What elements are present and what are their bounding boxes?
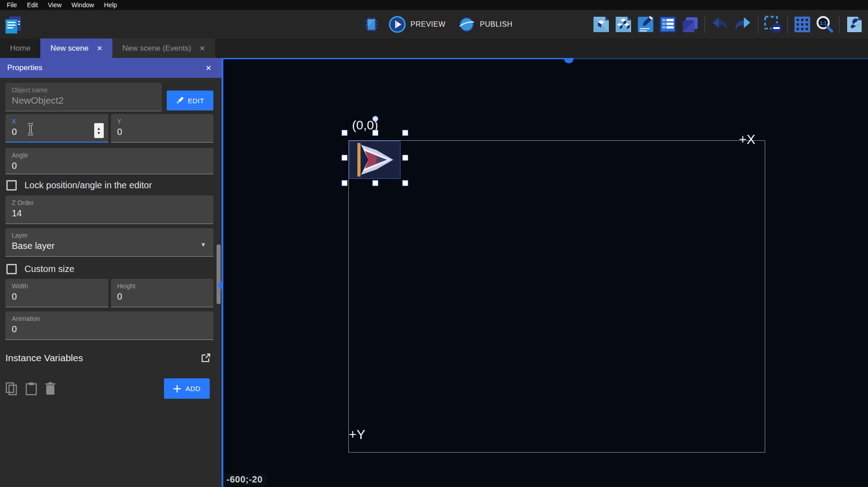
height-field[interactable]: Height 0 xyxy=(111,279,214,307)
object-name-value: NewObject2 xyxy=(12,94,155,107)
trash-icon[interactable] xyxy=(45,382,56,396)
lock-position-label: Lock position/angle in the editor xyxy=(24,180,152,191)
resize-handle-bottom-left[interactable] xyxy=(342,180,347,186)
animation-field[interactable]: Animation 0 xyxy=(5,311,213,340)
y-position-field[interactable]: Y 0 xyxy=(111,114,214,143)
x-spinner[interactable]: ▲ ▼ xyxy=(94,123,104,138)
text-cursor-icon xyxy=(27,123,34,137)
edit-objects-icon[interactable] xyxy=(614,15,633,34)
svg-text:1:1: 1:1 xyxy=(820,20,827,25)
editor-tab-bar: Home New scene ✕ New scene (Events) ✕ xyxy=(0,38,868,58)
properties-title: Properties xyxy=(7,63,42,72)
layer-select[interactable]: Layer Base layer ▼ xyxy=(5,228,213,257)
tab-new-scene[interactable]: New scene ✕ xyxy=(40,38,112,58)
tab-home[interactable]: Home xyxy=(0,38,40,58)
edit-button-label: EDIT xyxy=(188,97,204,105)
instances-list-icon[interactable] xyxy=(658,15,677,34)
toolbar-separator xyxy=(839,16,839,33)
z-order-label: Z Order xyxy=(12,199,207,207)
resize-handle-top-center[interactable] xyxy=(372,130,378,136)
layer-label: Layer xyxy=(12,232,207,239)
menu-view[interactable]: View xyxy=(43,0,67,10)
edit-scene-icon[interactable] xyxy=(592,15,611,34)
resize-handle-middle-right[interactable] xyxy=(402,155,408,161)
tab-new-scene-events[interactable]: New scene (Events) ✕ xyxy=(112,38,215,58)
properties-panel-header: Properties ✕ xyxy=(0,58,222,78)
toolbar-separator xyxy=(787,16,788,33)
open-in-new-icon[interactable] xyxy=(200,352,212,363)
scene-canvas[interactable]: (0,0) +X +Y -600;-20 xyxy=(223,58,868,487)
main-toolbar: PREVIEW PUBLISH xyxy=(0,10,868,38)
resize-handle-bottom-center[interactable] xyxy=(372,180,378,186)
tab-home-label: Home xyxy=(10,44,30,53)
add-button-label: ADD xyxy=(185,385,200,392)
undo-icon[interactable] xyxy=(710,15,730,33)
copy-icon[interactable] xyxy=(5,382,18,396)
object-name-field: Object name NewObject2 xyxy=(5,83,162,111)
panel-close-icon[interactable]: ✕ xyxy=(203,63,214,73)
game-window-bounds xyxy=(348,140,765,453)
resize-handle-bottom-right[interactable] xyxy=(402,180,408,186)
zoom-1-1-icon[interactable]: 1:1 xyxy=(815,15,834,34)
preview-play-icon[interactable] xyxy=(389,16,406,33)
top-divider-drag-handle[interactable] xyxy=(564,58,574,63)
angle-value: 0 xyxy=(12,159,207,172)
custom-size-checkbox[interactable] xyxy=(6,264,17,274)
menu-window[interactable]: Window xyxy=(67,0,99,10)
tools-icon[interactable] xyxy=(844,15,863,34)
resize-handle-top-right[interactable] xyxy=(402,130,408,136)
width-label: Width xyxy=(12,282,102,290)
canvas-top-divider-dark xyxy=(569,58,868,59)
redo-icon[interactable] xyxy=(733,15,753,33)
edit-object-button[interactable]: EDIT xyxy=(167,91,213,110)
resize-handle-top-left[interactable] xyxy=(342,130,347,136)
custom-size-label: Custom size xyxy=(24,264,74,274)
width-field[interactable]: Width 0 xyxy=(5,279,108,307)
lock-position-checkbox[interactable] xyxy=(6,180,17,191)
tab-new-scene-label: New scene xyxy=(50,44,88,53)
y-value: 0 xyxy=(117,125,207,138)
spinner-up-icon[interactable]: ▲ xyxy=(97,126,101,131)
spinner-down-icon[interactable]: ▼ xyxy=(97,131,101,135)
x-label: X xyxy=(12,118,102,125)
tab-close-icon[interactable]: ✕ xyxy=(96,44,102,53)
edit-events-icon[interactable] xyxy=(636,15,655,34)
paste-icon[interactable] xyxy=(25,382,37,396)
tab-close-icon[interactable]: ✕ xyxy=(199,44,205,53)
layers-icon[interactable] xyxy=(680,15,699,34)
resize-handle-middle-left[interactable] xyxy=(342,155,347,161)
panel-scrollbar[interactable] xyxy=(217,244,221,304)
grid-icon[interactable] xyxy=(793,15,812,34)
y-axis-label: +Y xyxy=(349,427,365,442)
animation-label: Animation xyxy=(12,315,207,323)
preview-button[interactable]: PREVIEW xyxy=(410,20,445,29)
publish-button[interactable]: PUBLISH xyxy=(480,20,512,29)
x-position-field[interactable]: X 0 ▲ ▼ xyxy=(5,114,108,143)
menu-help[interactable]: Help xyxy=(99,0,122,10)
properties-panel: Properties ✕ Object name NewObject2 xyxy=(0,58,222,487)
rotation-handle[interactable] xyxy=(372,116,378,122)
x-value: 0 xyxy=(12,125,102,138)
menu-edit[interactable]: Edit xyxy=(22,0,43,10)
toolbar-separator xyxy=(758,16,758,33)
deselect-icon[interactable] xyxy=(763,15,782,34)
menu-bar: File Edit View Window Help xyxy=(0,0,868,10)
canvas-top-divider[interactable] xyxy=(223,58,569,59)
selected-sprite-instance[interactable] xyxy=(349,141,400,179)
width-value: 0 xyxy=(12,290,102,303)
z-order-field[interactable]: Z Order 14 xyxy=(5,196,213,224)
angle-field[interactable]: Angle 0 xyxy=(5,148,213,174)
add-variable-button[interactable]: ADD xyxy=(164,378,210,399)
z-order-value: 14 xyxy=(12,207,207,220)
project-manager-icon[interactable] xyxy=(5,15,22,34)
tab-new-scene-events-label: New scene (Events) xyxy=(122,44,191,53)
height-label: Height xyxy=(117,282,207,290)
layer-value: Base layer xyxy=(12,239,207,252)
height-value: 0 xyxy=(117,290,207,303)
publish-globe-icon[interactable] xyxy=(458,16,475,33)
menu-file[interactable]: File xyxy=(2,0,22,10)
animation-value: 0 xyxy=(12,323,207,335)
x-axis-label: +X xyxy=(739,132,755,147)
debug-icon[interactable] xyxy=(362,15,381,33)
chevron-down-icon: ▼ xyxy=(200,241,206,248)
